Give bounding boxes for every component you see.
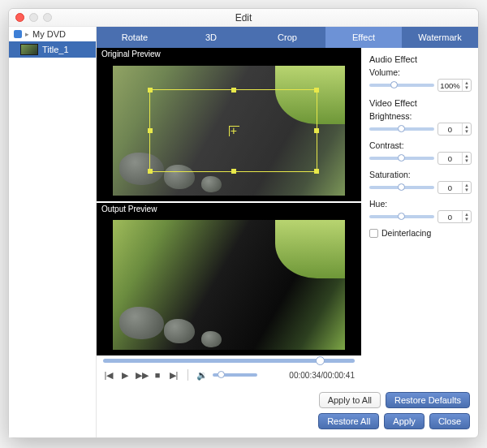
brightness-slider[interactable] (369, 127, 434, 131)
brightness-label: Brightness: (369, 111, 472, 121)
sidebar-root-label: My DVD (32, 29, 66, 39)
close-button[interactable]: Close (429, 413, 470, 429)
prev-button[interactable]: |◀ (103, 370, 114, 381)
contrast-label: Contrast: (369, 140, 472, 150)
title-thumbnail (20, 44, 38, 55)
volume-stepper[interactable]: 100% ▲▼ (437, 79, 472, 92)
original-preview-label: Original Preview (97, 48, 361, 60)
contrast-stepper[interactable]: 0 ▲▼ (437, 152, 472, 165)
titlebar: Edit (9, 9, 478, 27)
volume-slider[interactable] (369, 84, 434, 87)
output-preview-label: Output Preview (97, 203, 361, 215)
tab-crop[interactable]: Crop (249, 27, 325, 48)
video-effect-title: Video Effect (369, 98, 472, 108)
tab-watermark[interactable]: Watermark (402, 27, 478, 48)
disc-icon (14, 30, 22, 38)
ff-button[interactable]: ▶▶ (136, 370, 147, 381)
playback-controls: |◀ ▶ ▶▶ ■ ▶| 🔉 00:00:34/00:00:41 (97, 366, 361, 387)
original-preview: + (97, 60, 361, 201)
saturation-stepper[interactable]: 0 ▲▼ (437, 181, 472, 194)
apply-button[interactable]: Apply (384, 413, 425, 429)
volume-icon[interactable]: 🔉 (196, 370, 208, 381)
playhead[interactable] (316, 356, 325, 365)
stop-button[interactable]: ■ (152, 370, 163, 380)
deinterlacing-checkbox[interactable]: Deinterlacing (369, 228, 472, 238)
sidebar-item-title1[interactable]: Title_1 (9, 41, 96, 58)
apply-to-all-button[interactable]: Apply to All (319, 392, 381, 408)
tab-rotate[interactable]: Rotate (97, 27, 173, 48)
restore-defaults-button[interactable]: Restore Defaults (386, 392, 470, 408)
timeline[interactable] (97, 355, 361, 366)
audio-effect-title: Audio Effect (369, 54, 472, 64)
brightness-stepper[interactable]: 0 ▲▼ (437, 123, 472, 136)
chevron-right-icon: ▸ (25, 30, 29, 38)
timecode: 00:00:34/00:00:41 (289, 371, 355, 380)
deinterlacing-label: Deinterlacing (381, 228, 431, 238)
sidebar-root[interactable]: ▸ My DVD (9, 27, 96, 41)
checkbox-icon (369, 229, 378, 238)
hue-label: Hue: (369, 199, 472, 209)
play-button[interactable]: ▶ (119, 370, 131, 381)
window-title: Edit (9, 12, 478, 24)
tab-3d[interactable]: 3D (173, 27, 249, 48)
effects-panel: Audio Effect Volume: 100% ▲▼ Video Effec… (361, 48, 478, 387)
crop-rectangle[interactable]: + (149, 89, 317, 172)
hue-slider[interactable] (369, 215, 434, 218)
output-preview (97, 215, 361, 356)
saturation-slider[interactable] (369, 186, 434, 189)
hue-stepper[interactable]: 0 ▲▼ (437, 210, 472, 223)
sidebar-item-label: Title_1 (42, 45, 69, 54)
tab-effect[interactable]: Effect (325, 27, 402, 48)
crop-center-icon: + (231, 124, 237, 137)
next-button[interactable]: ▶| (168, 370, 179, 381)
contrast-slider[interactable] (369, 157, 434, 160)
restore-all-button[interactable]: Restore All (318, 413, 379, 429)
playback-volume-slider[interactable] (213, 373, 257, 377)
volume-label: Volume: (369, 67, 472, 77)
saturation-label: Saturation: (369, 170, 472, 179)
sidebar: ▸ My DVD Title_1 (9, 27, 97, 437)
tab-bar: Rotate 3D Crop Effect Watermark (97, 27, 478, 48)
edit-window: Edit ▸ My DVD Title_1 Rotate 3D Crop Eff… (8, 8, 479, 438)
